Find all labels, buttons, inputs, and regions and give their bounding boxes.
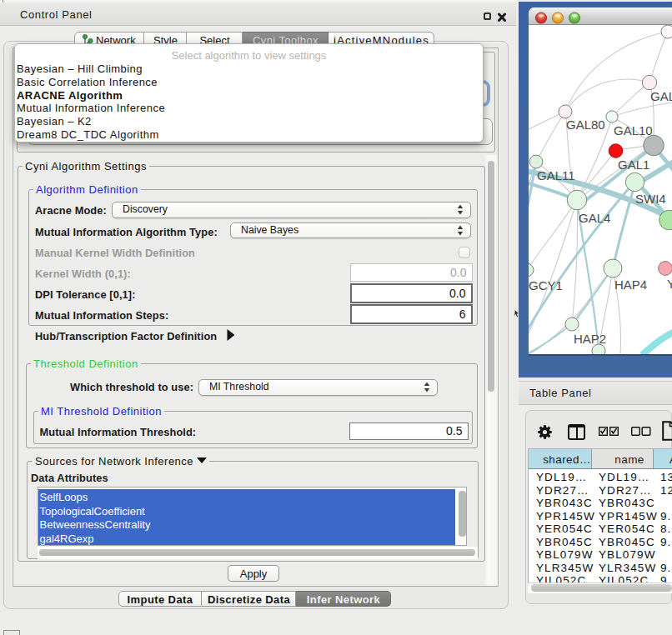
svg-text:GAL10: GAL10 xyxy=(614,123,653,138)
svg-text:SWI4: SWI4 xyxy=(635,192,666,206)
svg-text:GAL2: GAL2 xyxy=(650,89,672,103)
svg-text:GAL1: GAL1 xyxy=(618,158,649,172)
svg-text:GAL80: GAL80 xyxy=(566,118,605,132)
svg-text:GCY1: GCY1 xyxy=(529,278,563,292)
svg-text:YE: YE xyxy=(667,277,672,291)
svg-text:HAP2: HAP2 xyxy=(574,332,606,346)
svg-text:HAP4: HAP4 xyxy=(614,278,647,292)
svg-text:GAL11: GAL11 xyxy=(537,168,575,182)
svg-text:GAL4: GAL4 xyxy=(579,211,610,225)
